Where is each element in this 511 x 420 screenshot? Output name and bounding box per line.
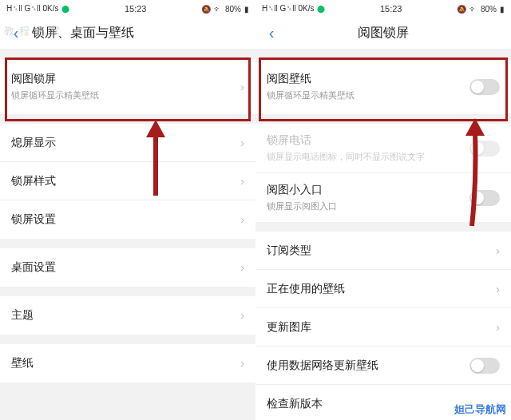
row-subtitle: 锁屏循环显示精美壁纸 — [267, 89, 469, 101]
status-time: 15:23 — [125, 4, 147, 14]
row-title: 阅图锁屏 — [11, 72, 240, 86]
content: 阅图壁纸 锁屏循环显示精美壁纸 锁屏电话 锁屏显示电话图标，同时不显示图说文字 — [256, 50, 511, 420]
battery-icon: ▮ — [500, 5, 505, 14]
phone-left: H␎ll G␎ll 0K/s ⬤ 15:23 🔕 ᯤ 80% ▮ ‹ 锁屏、桌面… — [0, 0, 256, 420]
content: 阅图锁屏 锁屏循环显示精美壁纸 › 熄屏显示 › 锁屏样式 › 锁屏设置 — [0, 50, 256, 420]
row-subtitle: 锁屏显示阅图入口 — [267, 200, 469, 212]
row-title: 使用数据网络更新壁纸 — [267, 359, 378, 373]
chevron-right-icon: › — [496, 244, 500, 257]
row-check-version[interactable]: 检查新版本 › — [256, 385, 511, 420]
row-subscribe-type[interactable]: 订阅类型 › — [256, 232, 511, 270]
signal-icon: H␎ll G␎ll 0K/s — [262, 4, 314, 14]
page-title: 阅图锁屏 — [287, 25, 511, 42]
row-title: 更新图库 — [267, 320, 311, 335]
status-time: 15:23 — [380, 4, 402, 14]
chevron-right-icon: › — [240, 175, 244, 188]
row-lockscreen-call: 锁屏电话 锁屏显示电话图标，同时不显示图说文字 — [256, 124, 511, 173]
row-lock-settings[interactable]: 锁屏设置 › — [0, 200, 256, 239]
wechat-icon: ⬤ — [61, 5, 69, 13]
row-entry[interactable]: 阅图小入口 锁屏显示阅图入口 — [256, 173, 511, 222]
row-yuetu-lockscreen[interactable]: 阅图锁屏 锁屏循环显示精美壁纸 › — [0, 59, 256, 114]
chevron-right-icon: › — [496, 283, 500, 295]
row-wallpaper[interactable]: 壁纸 › — [0, 344, 256, 382]
row-title: 锁屏设置 — [11, 212, 56, 227]
back-button[interactable]: ‹ — [256, 18, 287, 50]
row-use-mobile-data[interactable]: 使用数据网络更新壁纸 — [256, 347, 511, 385]
wechat-icon: ⬤ — [317, 5, 325, 13]
toggle-entry[interactable] — [469, 190, 500, 206]
row-title: 主题 — [11, 308, 34, 323]
chevron-right-icon: › — [240, 81, 244, 93]
toggle-mobile-data[interactable] — [469, 358, 500, 374]
battery-icon: ▮ — [244, 5, 249, 14]
header: ‹ 阅图锁屏 — [256, 18, 511, 50]
row-title: 检查新版本 — [267, 397, 323, 411]
row-desktop-settings[interactable]: 桌面设置 › — [0, 248, 256, 287]
row-yuetu-wallpaper[interactable]: 阅图壁纸 锁屏循环显示精美壁纸 — [256, 59, 511, 114]
header: ‹ 锁屏、桌面与壁纸 — [0, 18, 256, 50]
row-title: 锁屏电话 — [267, 133, 469, 148]
row-title: 桌面设置 — [11, 260, 56, 275]
row-update-gallery[interactable]: 更新图库 › — [256, 308, 511, 347]
chevron-right-icon: › — [240, 213, 244, 226]
row-title: 锁屏样式 — [11, 174, 56, 188]
chevron-right-icon: › — [240, 261, 244, 274]
phone-right: H␎ll G␎ll 0K/s ⬤ 15:23 🔕 ᯤ 80% ▮ ‹ 阅图锁屏 … — [256, 0, 511, 420]
battery-percent: 80% — [225, 5, 241, 14]
row-title: 正在使用的壁纸 — [267, 282, 345, 296]
row-aod[interactable]: 熄屏显示 › — [0, 124, 256, 162]
wifi-icon: ᯤ — [469, 5, 477, 14]
page-title: 锁屏、桌面与壁纸 — [32, 25, 256, 42]
row-title: 阅图壁纸 — [267, 72, 469, 86]
row-title: 壁纸 — [11, 356, 34, 370]
row-subtitle: 锁屏循环显示精美壁纸 — [11, 89, 240, 101]
battery-percent: 80% — [481, 5, 497, 14]
row-title: 熄屏显示 — [11, 136, 56, 150]
row-subtitle: 锁屏显示电话图标，同时不显示图说文字 — [267, 151, 469, 163]
status-bar: H␎ll G␎ll 0K/s ⬤ 15:23 🔕 ᯤ 80% ▮ — [0, 0, 256, 18]
chevron-right-icon: › — [240, 357, 244, 370]
back-button[interactable]: ‹ — [0, 18, 32, 50]
wifi-icon: ᯤ — [214, 5, 222, 14]
toggle-lockscreen-call — [469, 141, 500, 157]
row-theme[interactable]: 主题 › — [0, 296, 256, 335]
row-using-wallpaper[interactable]: 正在使用的壁纸 › — [256, 270, 511, 308]
mute-icon: 🔕 — [201, 5, 211, 14]
row-lock-style[interactable]: 锁屏样式 › — [0, 162, 256, 200]
chevron-right-icon: › — [496, 321, 500, 334]
toggle-yuetu-wallpaper[interactable] — [469, 79, 500, 95]
chevron-right-icon: › — [496, 398, 500, 410]
chevron-right-icon: › — [240, 137, 244, 149]
chevron-right-icon: › — [240, 309, 244, 322]
signal-icon: H␎ll G␎ll 0K/s — [6, 4, 58, 14]
row-title: 订阅类型 — [267, 244, 311, 258]
status-bar: H␎ll G␎ll 0K/s ⬤ 15:23 🔕 ᯤ 80% ▮ — [256, 0, 511, 18]
row-title: 阅图小入口 — [267, 183, 469, 197]
mute-icon: 🔕 — [457, 5, 466, 14]
